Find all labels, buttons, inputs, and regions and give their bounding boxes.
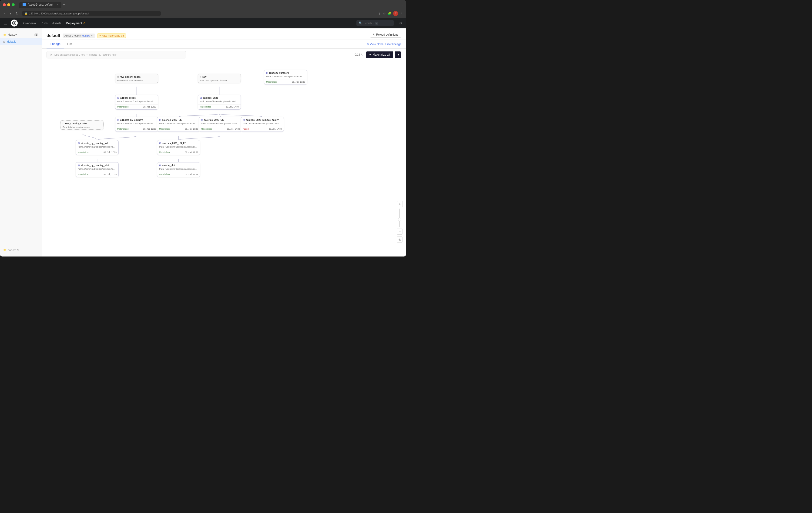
node-random_numbers[interactable]: ⊞ random_numbers Path: /Users/tim/Deskto… <box>264 70 307 85</box>
node-airports_by_country[interactable]: ⊞ airports_by_country Path: /Users/tim/D… <box>115 117 158 132</box>
node-label-airport_codes: airport_codes <box>120 96 136 99</box>
sidebar: 📁 dag.py 1 ⊞ default 📁 dag.py ↻ <box>0 28 42 256</box>
browser-toolbar: ‹ › ↻ 🔒 127.0.0.1:3000/locations/dag.py/… <box>0 9 406 18</box>
nav-deployment[interactable]: Deployment ⚠ <box>66 21 86 26</box>
node-raw_airport_codes[interactable]: □ raw_airport_codes Raw data for airport… <box>115 74 158 83</box>
node-date-saleries_2023_remove_salery: 30. Juli, 17:39 <box>269 128 282 130</box>
search-placeholder: Search... <box>364 22 374 24</box>
node-salerie_plot[interactable]: ⊞ salerie_plot Path: /Users/tim/Desktop/… <box>157 162 200 177</box>
forward-button[interactable]: › <box>9 11 12 16</box>
timer-refresh-icon[interactable]: ↻ <box>361 53 364 56</box>
node-status-saleries_2023_US_ES: Materialized <box>159 151 171 153</box>
asset-filter-input[interactable]: ⚙ Type an asset subset... (ex: ++airport… <box>47 51 186 58</box>
extension-icon[interactable]: 🧩 <box>387 12 392 16</box>
node-icon-raw: □ <box>200 76 201 78</box>
node-airport_codes[interactable]: ⊞ airport_codes Path: /Users/tim/Desktop… <box>115 95 158 110</box>
close-window-button[interactable] <box>3 3 6 6</box>
filter-placeholder: Type an asset subset... (ex: ++airports_… <box>54 53 117 56</box>
reload-button[interactable]: ↻ <box>14 11 20 16</box>
node-airports_by_country_plot[interactable]: ⊞ airports_by_country_plot Path: /Users/… <box>76 162 119 177</box>
node-status-saleries_2023_US: Materialized <box>201 128 212 130</box>
warning-icon: ⚠ <box>83 21 86 25</box>
asset-group-refresh-icon[interactable]: ↻ <box>91 34 93 37</box>
nav-assets[interactable]: Assets <box>52 21 61 26</box>
node-icon-airports_by_country_full: ⊞ <box>78 142 80 145</box>
more-options-icon[interactable]: ⋮ <box>400 12 403 16</box>
app-header: ☰ Overview Runs Assets Deployment ⚠ 🔍 Se… <box>0 18 406 28</box>
node-desc-random_numbers: Path: /Users/tim/Desktop/sandbox/si... <box>264 75 307 79</box>
node-desc-airport_codes: Path: /Users/tim/Desktop/sandbox/si... <box>115 100 158 104</box>
minimize-window-button[interactable] <box>7 3 10 6</box>
sidebar-footer-refresh-icon[interactable]: ↻ <box>17 248 19 251</box>
sidebar-default-label: default <box>7 40 38 43</box>
address-bar[interactable]: 🔒 127.0.0.1:3000/locations/dag.py/asset-… <box>22 11 161 16</box>
zoom-in-button[interactable]: + <box>397 201 403 207</box>
active-tab[interactable]: Asset Group: default × <box>19 2 61 8</box>
node-label-saleries_2023: saleries_2023 <box>203 96 218 99</box>
node-status-airports_by_country_full: Materialized <box>78 151 89 153</box>
node-raw[interactable]: □ raw Raw data upstream dataset <box>198 74 241 83</box>
tab-lineage[interactable]: Lineage <box>47 40 64 49</box>
timer-value: 0:18 <box>355 53 360 56</box>
tab-favicon <box>23 3 26 6</box>
node-saleries_2023_US[interactable]: ⊞ saleries_2023_US Path: /Users/tim/Desk… <box>199 117 242 132</box>
maximize-window-button[interactable] <box>11 3 14 6</box>
node-saleries_2023[interactable]: ⊞ saleries_2023 Path: /Users/tim/Desktop… <box>198 95 241 110</box>
node-label-raw_airport_codes: raw_airport_codes <box>120 76 141 78</box>
sidebar-footer[interactable]: 📁 dag.py ↻ <box>0 246 42 254</box>
profile-avatar[interactable]: T <box>393 11 398 16</box>
hamburger-menu-button[interactable]: ☰ <box>4 21 7 25</box>
zoom-slider-thumb[interactable] <box>398 218 401 221</box>
tab-close-button[interactable]: × <box>57 3 58 6</box>
node-saleries_2023_US_ES[interactable]: ⊞ saleries_2023_US_ES Path: /Users/tim/D… <box>157 140 200 155</box>
materialize-dropdown-button[interactable]: ▾ <box>395 52 401 58</box>
global-search[interactable]: 🔍 Search... / <box>356 20 394 26</box>
node-label-random_numbers: random_numbers <box>269 72 289 74</box>
node-status-salerie_plot: Materialized <box>159 173 171 175</box>
zoom-out-button[interactable]: − <box>397 229 403 235</box>
node-status-airports_by_country: Materialized <box>117 128 129 130</box>
node-desc-salerie_plot: Path: /Users/tim/Desktop/sandbox/si... <box>157 168 200 171</box>
view-global-lineage-button[interactable]: ⊕ View global asset lineage <box>367 42 401 46</box>
minimap-button[interactable]: ◎ <box>397 236 403 243</box>
new-tab-button[interactable]: + <box>63 3 65 7</box>
tab-dropdown-button[interactable]: ⌄ <box>401 3 403 6</box>
node-label-raw: raw <box>202 76 206 78</box>
tab-bar: Asset Group: default × + <box>19 2 399 8</box>
sidebar-item-default[interactable]: ⊞ default <box>0 38 42 45</box>
reload-definitions-button[interactable]: ↻ Reload definitions <box>370 32 401 38</box>
node-airports_by_country_full[interactable]: ⊞ airports_by_country_full Path: /Users/… <box>76 140 119 155</box>
node-icon-saleries_2023: ⊞ <box>200 96 202 99</box>
nav-overview[interactable]: Overview <box>23 21 36 26</box>
svg-point-1 <box>13 22 15 24</box>
node-raw_country_codes[interactable]: □ raw_country_codes Raw data for country… <box>60 120 104 130</box>
graph-canvas[interactable]: □ raw_airport_codes Raw data for airport… <box>42 61 406 256</box>
node-date-random_numbers: 30. Juli, 17:39 <box>292 81 305 83</box>
app-container: ☰ Overview Runs Assets Deployment ⚠ 🔍 Se… <box>0 18 406 256</box>
share-icon[interactable]: ⬆ <box>379 12 381 16</box>
bookmark-icon[interactable]: ☆ <box>383 12 386 16</box>
node-desc-saleries_2023_US: Path: /Users/tim/Desktop/sandbox/si... <box>199 122 242 126</box>
node-desc-airports_by_country: Path: /Users/tim/Desktop/sandbox/si... <box>115 122 158 126</box>
page-title: default <box>47 33 60 38</box>
auto-materialize-label: Auto-materialize off <box>102 34 124 37</box>
node-label-airports_by_country_plot: airports_by_country_plot <box>81 164 109 167</box>
node-saleries_2023_ES[interactable]: ⊞ saleries_2023_ES Path: /Users/tim/Desk… <box>157 117 200 132</box>
sidebar-item-dag-py[interactable]: 📁 dag.py 1 <box>0 31 42 38</box>
node-desc-saleries_2023: Path: /Users/tim/Desktop/sandbox/si... <box>198 100 240 104</box>
auto-materialize-badge[interactable]: ● Auto-materialize off <box>97 33 126 38</box>
node-saleries_2023_remove_salery[interactable]: ⊞ saleries_2023_remove_salery Path: /Use… <box>241 117 284 132</box>
tab-title: Asset Group: default <box>28 3 53 6</box>
asset-group-link[interactable]: dag.py <box>82 34 90 37</box>
node-status-random_numbers: Materialized <box>266 81 278 83</box>
node-date-airports_by_country_plot: 30. Juli, 17:39 <box>104 173 117 175</box>
auto-materialize-dot: ● <box>99 34 101 37</box>
nav-runs[interactable]: Runs <box>40 21 48 26</box>
settings-icon[interactable]: ⚙ <box>399 21 402 25</box>
back-button[interactable]: ‹ <box>3 11 7 16</box>
materialize-all-button[interactable]: ✦ Materialize all <box>366 52 393 58</box>
sidebar-dag-py-label: dag.py <box>8 33 32 36</box>
tab-list[interactable]: List <box>64 40 75 49</box>
zoom-slider-track[interactable] <box>399 208 400 227</box>
search-icon: 🔍 <box>359 21 362 25</box>
